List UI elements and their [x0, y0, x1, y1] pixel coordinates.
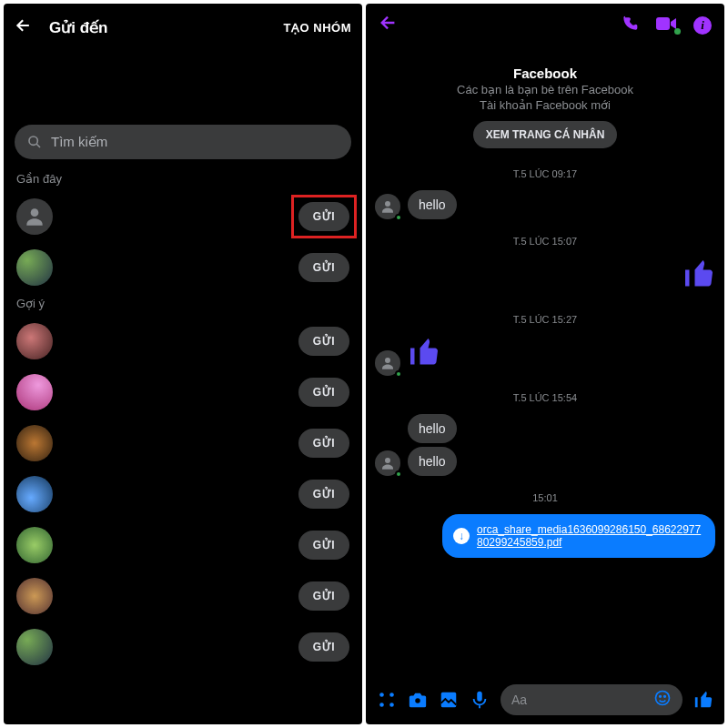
- svg-point-6: [379, 693, 384, 697]
- emoji-icon[interactable]: [653, 689, 672, 712]
- avatar: [16, 527, 53, 563]
- svg-point-5: [385, 458, 390, 463]
- apps-icon[interactable]: [377, 690, 397, 710]
- contact-row[interactable]: GỬI: [4, 367, 362, 418]
- camera-icon[interactable]: [408, 690, 428, 710]
- contact-row[interactable]: GỬI: [4, 571, 362, 622]
- send-button[interactable]: GỬI: [298, 202, 349, 231]
- search-input[interactable]: Tìm kiếm: [15, 125, 351, 159]
- send-button[interactable]: GỬI: [298, 378, 349, 407]
- online-dot: [395, 214, 402, 221]
- left-header: Gửi đến TẠO NHÓM: [4, 4, 362, 52]
- avatar: [16, 425, 53, 461]
- thumbs-up-icon[interactable]: [693, 690, 713, 710]
- avatar: [375, 350, 400, 376]
- info-icon[interactable]: i: [693, 16, 712, 35]
- timestamp: T.5 LÚC 09:17: [375, 156, 715, 187]
- contact-row[interactable]: GỬI: [4, 316, 362, 367]
- svg-rect-2: [656, 17, 670, 30]
- mic-icon[interactable]: [470, 690, 490, 710]
- contact-row[interactable]: GỬI: [4, 520, 362, 571]
- search-placeholder: Tìm kiếm: [51, 134, 107, 150]
- timestamp: T.5 LÚC 15:27: [375, 301, 715, 332]
- send-button[interactable]: GỬI: [298, 581, 349, 611]
- message-row: hello: [375, 414, 715, 443]
- message-row: hello: [375, 447, 715, 476]
- send-button[interactable]: GỬI: [298, 327, 349, 356]
- conversation-pane: i Facebook Các bạn là bạn bè trên Facebo…: [366, 4, 724, 724]
- svg-point-15: [664, 695, 666, 697]
- like-sticker[interactable]: [408, 336, 440, 376]
- composer: Aa: [366, 675, 724, 724]
- call-icon[interactable]: [621, 15, 639, 37]
- online-dot: [674, 28, 681, 35]
- message-row: ↓ orca_share_media1636099286150_68622977…: [375, 514, 715, 558]
- back-icon[interactable]: [379, 13, 604, 38]
- profile-subtitle: Các bạn là bạn bè trên Facebook: [366, 83, 724, 96]
- svg-point-9: [389, 703, 394, 707]
- online-dot: [395, 470, 402, 478]
- contact-row[interactable]: GỬI: [4, 469, 362, 520]
- avatar: [16, 629, 53, 665]
- avatar: [375, 194, 400, 219]
- contact-name: Facebook: [366, 66, 724, 81]
- page-title: Gửi đến: [49, 18, 284, 37]
- send-button[interactable]: GỬI: [298, 253, 349, 282]
- svg-point-4: [385, 358, 390, 363]
- section-suggest: Gợi ý: [4, 293, 362, 316]
- svg-point-14: [660, 695, 662, 697]
- back-icon[interactable]: [15, 16, 33, 39]
- message-row: hello: [375, 190, 715, 219]
- video-call-icon[interactable]: [655, 15, 677, 36]
- contact-row[interactable]: GỬI: [4, 622, 362, 672]
- section-recent: Gần đây: [4, 168, 362, 191]
- file-name: orca_share_media1636099286150_6862297780…: [477, 523, 704, 549]
- timestamp: T.5 LÚC 15:54: [375, 379, 715, 410]
- svg-point-7: [389, 693, 394, 697]
- chat-header: i: [366, 4, 724, 47]
- messages-area[interactable]: T.5 LÚC 09:17 hello T.5 LÚC 15:07 T.5 LÚ…: [366, 156, 724, 675]
- contact-row[interactable]: GỬI: [4, 418, 362, 469]
- send-button-highlighted: GỬI: [298, 202, 349, 231]
- message-input[interactable]: Aa: [500, 684, 682, 715]
- contact-row[interactable]: GỬI: [4, 191, 362, 242]
- svg-point-3: [385, 201, 390, 207]
- avatar: [16, 198, 53, 235]
- download-icon: ↓: [453, 528, 470, 544]
- contact-row[interactable]: GỬI: [4, 242, 362, 293]
- avatar: [16, 249, 53, 286]
- gallery-icon[interactable]: [439, 690, 459, 710]
- message-bubble[interactable]: hello: [408, 414, 457, 443]
- like-sticker[interactable]: [682, 258, 715, 298]
- svg-point-0: [29, 136, 37, 145]
- send-button[interactable]: GỬI: [298, 632, 349, 662]
- avatar: [16, 578, 53, 614]
- message-bubble[interactable]: hello: [408, 190, 457, 219]
- timestamp: 15:01: [375, 480, 715, 511]
- avatar: [16, 476, 53, 512]
- svg-point-13: [656, 691, 670, 704]
- message-bubble[interactable]: hello: [408, 447, 457, 476]
- svg-point-10: [415, 698, 420, 703]
- view-profile-button[interactable]: XEM TRANG CÁ NHÂN: [473, 121, 618, 148]
- send-to-pane: Gửi đến TẠO NHÓM Tìm kiếm Gần đây GỬI GỬ…: [4, 4, 362, 724]
- create-group-button[interactable]: TẠO NHÓM: [284, 21, 351, 35]
- timestamp: T.5 LÚC 15:07: [375, 223, 715, 254]
- input-placeholder: Aa: [511, 693, 527, 707]
- send-button[interactable]: GỬI: [298, 480, 349, 509]
- message-row: [375, 258, 715, 298]
- send-button[interactable]: GỬI: [298, 429, 349, 458]
- svg-point-8: [379, 703, 384, 707]
- message-row: [375, 336, 715, 376]
- svg-rect-12: [477, 692, 482, 702]
- svg-point-1: [31, 208, 39, 217]
- profile-block: Facebook Các bạn là bạn bè trên Facebook…: [366, 47, 724, 156]
- online-dot: [395, 370, 402, 378]
- avatar: [16, 374, 53, 410]
- file-attachment[interactable]: ↓ orca_share_media1636099286150_68622977…: [442, 514, 715, 558]
- avatar: [375, 450, 400, 476]
- avatar: [16, 323, 53, 359]
- send-button[interactable]: GỬI: [298, 531, 349, 560]
- profile-subtitle-2: Tài khoản Facebook mới: [366, 98, 724, 112]
